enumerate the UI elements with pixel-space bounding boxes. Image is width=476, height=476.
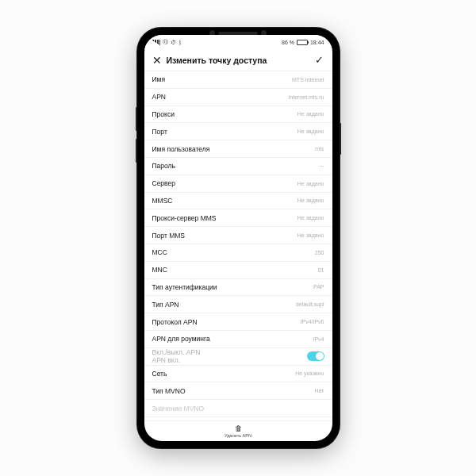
- screen: ⓝ ⏱ ᛒ 86 % 18:44 ✕ Изменить точку доступ…: [144, 35, 332, 441]
- settings-row[interactable]: Прокси-сервер MMSНе задано: [144, 209, 332, 227]
- row-value: Не задано: [298, 232, 324, 238]
- settings-row[interactable]: ПортНе задано: [144, 123, 332, 140]
- row-label: MCC: [152, 248, 167, 256]
- settings-row[interactable]: СетьНе указано: [144, 366, 332, 383]
- settings-row[interactable]: СерверНе задано: [144, 175, 332, 193]
- settings-list[interactable]: ИмяMTS InternetAPNinternet.mts.ruПроксиН…: [144, 71, 332, 420]
- row-label: MMSC: [152, 197, 173, 205]
- settings-row[interactable]: MNC01: [144, 262, 332, 279]
- clock: 18:44: [310, 40, 324, 45]
- row-value: 250: [315, 250, 324, 255]
- bluetooth-icon: ᛒ: [178, 40, 182, 45]
- row-label: Значение MVNO: [152, 405, 205, 413]
- row-value: Нет: [315, 388, 324, 393]
- row-label: Порт MMS: [152, 232, 185, 240]
- battery-icon: [297, 40, 308, 45]
- phone-frame: ⓝ ⏱ ᛒ 86 % 18:44 ✕ Изменить точку доступ…: [137, 28, 340, 448]
- volume-up-button[interactable]: [136, 107, 137, 131]
- trash-icon[interactable]: 🗑: [235, 424, 242, 432]
- header: ✕ Изменить точку доступа ✓: [144, 49, 332, 71]
- row-label: Протокол APN: [152, 318, 198, 326]
- power-button[interactable]: [340, 123, 341, 155]
- apn-toggle-row[interactable]: Вкл./выкл. APNAPN вкл.: [144, 348, 332, 366]
- delete-apn-label[interactable]: Удалить APN: [225, 433, 251, 438]
- settings-row[interactable]: APN для роумингаIPv4: [144, 331, 332, 348]
- row-value: MTS Internet: [292, 77, 324, 83]
- row-value: default,supl: [296, 301, 324, 307]
- row-label: Имя: [152, 75, 166, 83]
- status-bar-right: 86 % 18:44: [282, 40, 324, 45]
- row-label: Тип MVNO: [152, 387, 186, 395]
- settings-row[interactable]: Значение MVNO: [144, 400, 332, 417]
- settings-row[interactable]: Имя пользователяmts: [144, 140, 332, 158]
- row-value: Не задано: [298, 129, 324, 134]
- row-label: Сеть: [152, 370, 167, 378]
- toggle-switch[interactable]: [307, 351, 324, 361]
- alarm-icon: ⏱: [171, 40, 176, 45]
- settings-row[interactable]: MMSCНе задано: [144, 193, 332, 210]
- confirm-icon[interactable]: ✓: [313, 54, 326, 66]
- row-label: Тип APN: [152, 301, 179, 309]
- row-value: ···: [320, 163, 324, 169]
- row-label: Сервер: [152, 179, 175, 187]
- row-label: Пароль: [152, 162, 176, 170]
- row-label: Имя пользователя: [152, 145, 210, 153]
- settings-row[interactable]: Порт MMSНе задано: [144, 227, 332, 244]
- row-value: Не задано: [298, 215, 324, 221]
- row-label: MNC: [152, 266, 167, 274]
- settings-row[interactable]: MCC250: [144, 244, 332, 262]
- row-value: mts: [315, 146, 324, 152]
- settings-row[interactable]: Тип аутентификацииPAP: [144, 279, 332, 297]
- row-value: Не задано: [298, 198, 324, 203]
- row-value: PAP: [313, 284, 324, 290]
- volume-down-button[interactable]: [136, 139, 137, 163]
- settings-row[interactable]: Пароль···: [144, 158, 332, 175]
- network-icon: ⓝ: [163, 38, 168, 46]
- row-label: Прокси: [152, 110, 175, 118]
- settings-row[interactable]: Протокол APNIPv4/IPv6: [144, 313, 332, 331]
- row-value: Не задано: [298, 181, 324, 186]
- row-value: IPv4: [313, 336, 324, 342]
- footer: 🗑 Удалить APN: [144, 420, 332, 441]
- page-title: Изменить точку доступа: [163, 56, 313, 65]
- settings-row[interactable]: Тип MVNOНет: [144, 382, 332, 400]
- row-value: IPv4/IPv6: [301, 319, 324, 324]
- row-label: APN для роуминга: [152, 335, 210, 343]
- settings-row[interactable]: APNinternet.mts.ru: [144, 89, 332, 106]
- settings-row[interactable]: ИмяMTS Internet: [144, 71, 332, 89]
- row-label: Прокси-сервер MMS: [152, 214, 217, 222]
- settings-row[interactable]: ПроксиНе задано: [144, 106, 332, 124]
- battery-percent: 86 %: [282, 40, 294, 45]
- status-bar-left: ⓝ ⏱ ᛒ: [152, 38, 182, 46]
- toggle-label: Вкл./выкл. APNAPN вкл.: [152, 348, 201, 364]
- settings-row[interactable]: Тип APNdefault,supl: [144, 296, 332, 313]
- row-value: Не указано: [295, 370, 324, 376]
- row-label: APN: [152, 93, 166, 101]
- row-value: Не задано: [298, 111, 324, 117]
- row-label: Тип аутентификации: [152, 283, 217, 291]
- signal-icon: [152, 40, 160, 45]
- row-value: 01: [318, 267, 324, 273]
- row-value: internet.mts.ru: [289, 94, 324, 100]
- row-label: Порт: [152, 128, 167, 136]
- close-icon[interactable]: ✕: [151, 54, 163, 67]
- status-bar: ⓝ ⏱ ᛒ 86 % 18:44: [144, 35, 332, 49]
